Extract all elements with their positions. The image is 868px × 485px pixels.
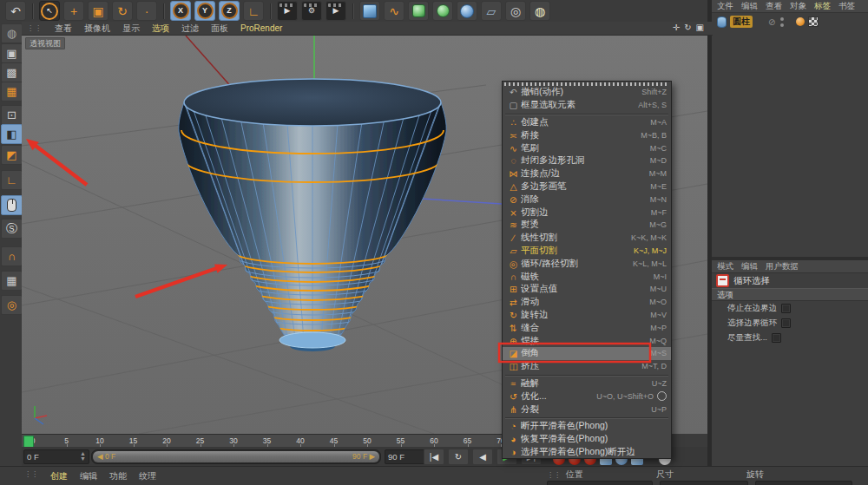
z-axis-lock-icon[interactable]: Z [219,1,240,21]
rotation-fields[interactable] [755,481,852,485]
maximize-view-icon[interactable]: ▣ [696,23,704,32]
model-bottom-cap[interactable] [279,332,345,348]
object-name[interactable]: 圆柱 [730,16,753,28]
menu-item-brush[interactable]: ∿笔刷M~C [503,141,671,154]
viewport-menu-item-5[interactable]: 面板 [211,23,228,35]
current-frame-field[interactable]: 0 F ▲▼ [23,449,89,464]
model-mode-button[interactable]: ▣ [1,43,23,63]
planar-workplane-button[interactable]: ◎ [1,295,23,315]
lock-workplane-button[interactable]: ▦ [1,271,23,291]
object-manager-menu-item[interactable]: 对象 [790,1,806,12]
undo-icon[interactable]: ↶ [5,1,26,21]
live-selection-icon[interactable]: ↖ [39,1,60,21]
points-mode-button[interactable]: ⊡ [1,105,23,125]
y-axis-lock-icon[interactable]: Y [194,1,215,21]
x-axis-lock-icon[interactable]: X [170,1,191,21]
deformer-icon[interactable] [432,1,453,21]
viewport-menu-item-1[interactable]: 摄像机 [84,23,110,35]
floor-icon[interactable]: ▱ [481,1,502,21]
menu-item-phong-restore[interactable]: ◕恢复平滑着色(Phong) [503,433,671,446]
menu-item-line-cut[interactable]: ∕线性切割K~K, M~K [503,232,671,245]
view-label[interactable]: 透视视图 [25,37,65,49]
checkbox[interactable] [772,333,781,343]
menu-item-marquee-select[interactable]: ▢框显选取元素Alt+S, S [503,99,671,112]
previous-frame-button[interactable]: ◀ [472,449,493,465]
pan-view-icon[interactable]: ✛ [673,23,680,32]
material-menu-item[interactable]: 编辑 [80,470,97,482]
menu-item-close-hole[interactable]: ◌封闭多边形孔洞M~D [503,154,671,167]
menu-item-iron[interactable]: ≋熨烫M~G [503,219,671,232]
options-section-header[interactable]: 选项 [712,288,868,301]
menu-item-loop-cut[interactable]: ◎循环/路径切割K~L, M~L [503,257,671,270]
polygon-selection-tag-icon[interactable] [808,16,819,27]
menu-item-bevel[interactable]: ◪倒角M~S [503,347,671,360]
timeline-playhead[interactable] [23,436,34,448]
object-manager-menu-item[interactable]: 标签 [814,1,831,12]
menu-item-phong-break[interactable]: ◔断开平滑着色(Phong) [503,420,671,433]
edges-mode-button[interactable]: ◧ [1,124,23,144]
material-menu-item[interactable]: 功能 [109,470,127,482]
polygons-mode-button[interactable]: ◩ [1,145,23,165]
snap-button[interactable]: Ⓢ [1,219,23,239]
viewport-menu-item-0[interactable]: 查看 [55,23,72,35]
menu-item-magnet[interactable]: ∩磁铁M~I [503,270,671,283]
plugin-logo-icon[interactable]: ◍ [1,23,23,43]
menu-item-dissolve[interactable]: ⊘消除M~N [503,193,671,206]
enable-axis-button[interactable]: ∟ [1,170,23,190]
scale-icon[interactable]: ▣ [88,1,108,21]
spline-pen-icon[interactable]: ∿ [384,1,404,21]
menu-item-split[interactable]: ⋔分裂U~P [503,403,671,416]
coordinate-system-icon[interactable]: ∟ [243,1,264,21]
object-manager-menu-item[interactable]: 编辑 [741,1,758,12]
move-icon[interactable]: + [63,1,84,21]
menu-item-rotate-edge[interactable]: ↻旋转边M~V [503,309,671,322]
object-manager-menu-item[interactable]: 书签 [838,1,855,12]
menu-item-weld[interactable]: ⊕焊接M~Q [503,334,671,347]
menu-item-polygon-pen[interactable]: △多边形画笔M~E [503,180,671,193]
viewport-menu-item-3[interactable]: 选项 [152,23,169,35]
object-row[interactable]: 圆柱 ⊘ [712,15,868,29]
primitive-cube-icon[interactable] [359,1,380,21]
menu-item-melt[interactable]: ≈融解U~Z [503,377,671,390]
position-fields[interactable] [547,481,653,485]
size-fields[interactable] [660,481,748,485]
material-menu-item[interactable]: 纹理 [139,470,156,482]
subdivision-surface-icon[interactable] [408,1,429,21]
rotate-icon[interactable]: ↻ [112,1,133,21]
menu-item-connect-points[interactable]: ⋈连接点/边M~M [503,167,671,180]
attribute-manager-menu-item[interactable]: 模式 [717,261,733,272]
panel-grip-icon[interactable]: ⋮⋮ [547,471,561,479]
menu-item-cut-edge[interactable]: ⨯切割边M~F [503,206,671,219]
attribute-manager-menu-item[interactable]: 用户数据 [766,261,799,272]
checkbox[interactable] [781,318,791,328]
checkbox[interactable] [781,304,791,313]
options-dialog-icon[interactable] [657,391,667,401]
viewport-menu-prorender[interactable]: ProRender [240,23,282,33]
object-manager-menu-item[interactable]: 查看 [766,1,782,12]
magnet-button[interactable]: ∩ [1,246,23,266]
go-to-start-button[interactable]: |◀ [424,449,444,465]
environment-icon[interactable] [457,1,477,21]
menu-item-bridge[interactable]: ≍桥接M~B, B [503,128,671,141]
visibility-dots-icon[interactable] [780,17,784,27]
menu-item-phong-select[interactable]: ◑选择平滑着色(Phong)断开边 [503,446,671,459]
menu-item-optimize[interactable]: ↺优化...U~O, U~Shift+O [503,390,671,403]
camera-icon[interactable]: ◎ [505,1,526,21]
texture-mode-button[interactable]: ▩ [1,62,23,82]
model-top-cap[interactable] [184,79,441,126]
material-menu-item[interactable]: 创建 [50,470,68,482]
menu-item-undo[interactable]: ↶撤销(动作)Shift+Z [503,86,671,99]
menu-item-create-point[interactable]: ∴创建点M~A [503,116,671,129]
viewport-solo-button[interactable] [1,195,23,215]
render-view-icon[interactable]: ▶ [277,1,298,21]
viewport-menu-item-2[interactable]: 显示 [122,23,140,35]
menu-item-extrude[interactable]: ◫挤压M~T, D [503,360,671,373]
frame-stepper-icon[interactable]: ▲▼ [76,451,86,462]
render-queue-icon[interactable]: ▶ [326,1,346,21]
render-settings-icon[interactable]: ⚙ [301,1,322,21]
attribute-manager-menu-item[interactable]: 编辑 [741,261,758,272]
rotate-view-icon[interactable]: ↻ [684,23,691,32]
workplane-mode-button[interactable]: ▦ [1,82,23,102]
viewport-menu-item-4[interactable]: 过滤 [181,23,199,35]
menu-item-set-point-value[interactable]: ⊞设置点值M~U [503,283,671,296]
